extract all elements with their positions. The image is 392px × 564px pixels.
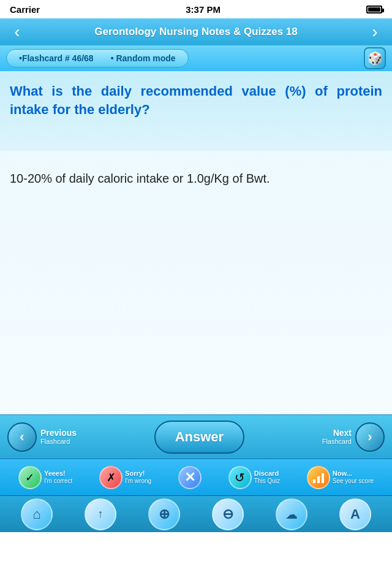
share-button[interactable]: ↑ [85,498,116,530]
previous-label: Previous [40,428,77,438]
question-area: What is the daily recommended value (%) … [0,71,392,151]
wrong-icon: ✗ [99,466,123,489]
svg-rect-0 [313,479,315,483]
nav-title: Gerontology Nursing Notes & Quizzes 18 [27,26,365,38]
status-bar: Carrier 3:37 PM [0,0,392,18]
dice-icon: 🎲 [368,51,383,66]
correct-label: Yeees! [44,470,72,478]
discard-label: Discard [254,470,280,478]
svg-rect-2 [322,473,324,483]
status-time: 3:37 PM [186,4,221,15]
discard-sub: This Quiz [254,478,280,485]
wrong-button[interactable]: ✗ Sorry! I'm wrong [99,466,151,489]
nav-bar: ‹ Gerontology Nursing Notes & Quizzes 18… [0,18,392,45]
correct-icon: ✓ [18,466,42,489]
wrong-label: Sorry! [125,470,151,478]
next-flashcard-button[interactable]: Next Flashcard › [322,422,385,452]
bottom-nav: ‹ Previous Flashcard Answer Next Flashca… [0,414,392,459]
home-button[interactable]: ⌂ [21,498,53,530]
svg-rect-1 [317,476,320,483]
zoom-out-icon: ⊖ [222,506,233,522]
correct-button[interactable]: ✓ Yeees! I'm correct [18,466,72,489]
bottom-actions: ✓ Yeees! I'm correct ✗ Sorry! I'm wrong … [0,459,392,495]
question-text: What is the daily recommended value (%) … [10,82,382,118]
carrier-text: Carrier [10,4,40,15]
flashcard-info-pill: •Flashcard # 46/68 • Random mode [6,49,189,67]
random-dice-button[interactable]: 🎲 [364,47,386,69]
next-sub-label: Flashcard [322,438,352,446]
flashcard-bar: •Flashcard # 46/68 • Random mode 🎲 [0,45,392,71]
previous-sub-label: Flashcard [40,438,77,446]
answer-text: 10-20% of daily caloric intake or 1.0g/K… [10,169,382,188]
cloud-button[interactable]: ☁ [276,498,307,530]
next-arrow-icon: › [355,422,385,452]
bottom-utils: ⌂ ↑ ⊕ ⊖ ☁ A [0,495,392,532]
discard-quiz-button[interactable]: ↺ Discard This Quiz [228,466,280,489]
answer-button[interactable]: Answer [154,421,244,454]
wrong-sub: I'm wrong [125,478,151,485]
text-icon: A [350,506,360,522]
battery-icon [366,6,382,13]
zoom-out-button[interactable]: ⊖ [212,498,244,530]
answer-area: 10-20% of daily caloric intake or 1.0g/K… [0,151,392,414]
zoom-in-button[interactable]: ⊕ [148,498,180,530]
zoom-in-icon: ⊕ [159,506,170,522]
random-mode-label: • Random mode [111,53,176,63]
forward-button[interactable]: › [365,23,385,40]
back-button[interactable]: ‹ [7,23,27,40]
previous-arrow-icon: ‹ [7,422,37,452]
score-button[interactable]: Now... See your score [307,466,374,489]
discard-icon: ↺ [228,466,252,489]
correct-sub: I'm correct [44,478,72,485]
cloud-icon: ☁ [285,507,298,522]
share-icon: ↑ [98,508,104,520]
score-sub: See your score [333,478,374,485]
chart-icon [312,471,325,484]
battery-indicator [366,6,382,13]
previous-flashcard-button[interactable]: ‹ Previous Flashcard [7,422,77,452]
next-label: Next [322,428,352,438]
score-label: Now... [333,470,374,478]
text-size-button[interactable]: A [339,498,371,530]
main-content: What is the daily recommended value (%) … [0,71,392,414]
discard-item-button[interactable]: ✕ [178,466,202,489]
score-icon [307,466,330,489]
home-icon: ⌂ [32,506,40,522]
flashcard-number: •Flashcard # 46/68 [19,53,94,63]
x-icon: ✕ [178,466,202,489]
